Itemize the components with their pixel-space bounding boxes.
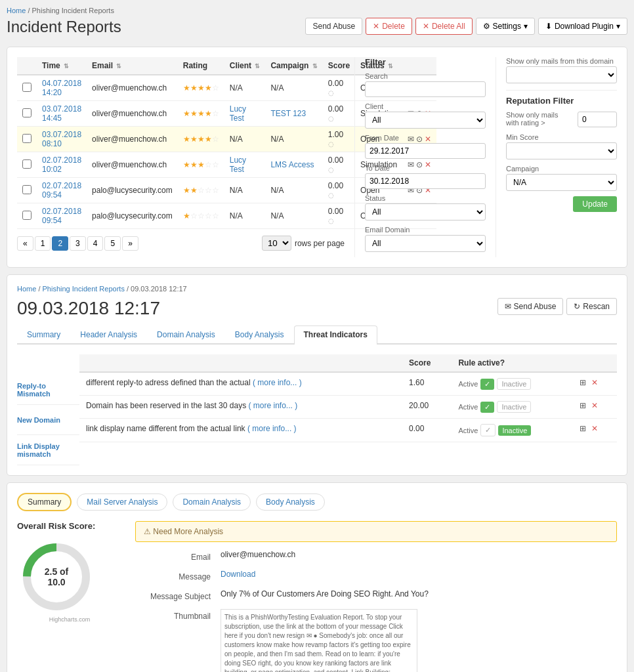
update-button[interactable]: Update xyxy=(573,196,617,212)
analysis-tab-mail-server-analysis[interactable]: Mail Server Analysis xyxy=(77,494,167,511)
page-button[interactable]: 1 xyxy=(35,236,51,251)
detail-tab-body-analysis[interactable]: Body Analysis xyxy=(225,326,294,343)
edit-icon[interactable]: ⊞ xyxy=(580,424,586,433)
row-rating: ★★★☆☆ xyxy=(178,152,224,178)
client-label: Client xyxy=(365,102,486,110)
delete-threat-icon[interactable]: ✕ xyxy=(591,378,598,387)
min-score-select[interactable] xyxy=(506,142,617,159)
row-checkbox[interactable] xyxy=(17,178,37,203)
threat-rule-active: Active ✓ Inactive xyxy=(452,419,573,442)
page-button[interactable]: 4 xyxy=(87,236,104,251)
row-checkbox[interactable] xyxy=(17,101,37,127)
min-score-filter: Min Score xyxy=(506,133,617,159)
more-info-link[interactable]: ( more info... ) xyxy=(253,378,302,387)
envelope-icon: ✉ xyxy=(505,302,511,311)
rating-input[interactable] xyxy=(578,112,617,127)
detail-tab-domain-analysis[interactable]: Domain Analysis xyxy=(147,326,225,343)
search-filter: Search xyxy=(365,72,486,97)
threat-score-header: Score xyxy=(402,354,452,372)
email-domain-label: Email Domain xyxy=(365,226,486,234)
status-select[interactable]: All xyxy=(365,203,486,220)
analysis-tab-domain-analysis[interactable]: Domain Analysis xyxy=(173,494,251,511)
pagination-row: «12345» 10 25 50 rows per page xyxy=(17,236,345,251)
detail-section-link[interactable]: Phishing Incident Reports xyxy=(43,285,125,293)
client-col-header: Client ⇅ xyxy=(224,57,266,75)
donut-section: Overall Risk Score: 2.5 of 10.0 Highchar… xyxy=(17,521,122,672)
email-domain-select[interactable]: All xyxy=(365,235,486,252)
analysis-tab-body-analysis[interactable]: Body Analysis xyxy=(256,494,325,511)
min-score-label: Min Score xyxy=(506,133,617,141)
page-title: Incident Reports xyxy=(7,18,121,36)
rating-label: Show only mails with rating > xyxy=(506,111,572,127)
row-rating: ★★★★☆ xyxy=(178,75,224,101)
from-date-input[interactable] xyxy=(365,143,486,159)
page-button[interactable]: » xyxy=(122,236,138,251)
search-input[interactable] xyxy=(365,81,486,97)
rows-per-page-select[interactable]: 10 25 50 xyxy=(262,236,291,251)
row-score: 0.00 ◌ xyxy=(323,203,355,229)
sort-icon: ⇅ xyxy=(255,63,260,70)
active-toggle[interactable]: ✓ xyxy=(480,402,494,413)
detail-send-abuse-button[interactable]: ✉ Send Abuse xyxy=(497,298,564,315)
inactive-toggle[interactable]: Inactive xyxy=(498,425,531,436)
detail-tab-summary[interactable]: Summary xyxy=(17,326,70,343)
settings-button[interactable]: ⚙ Settings ▾ xyxy=(476,18,535,35)
campaign-select[interactable]: N/A xyxy=(506,174,617,191)
row-campaign: N/A xyxy=(265,75,322,101)
rescan-button[interactable]: ↻ Rescan xyxy=(566,298,617,315)
active-toggle[interactable]: ✓ xyxy=(480,424,496,436)
row-email: oliver@muenchow.ch xyxy=(87,75,178,101)
send-abuse-button[interactable]: Send Abuse xyxy=(305,18,362,35)
email-value: oliver@muenchow.ch xyxy=(221,550,617,559)
breadcrumb-home[interactable]: Home xyxy=(7,7,26,14)
filter-title: Filter xyxy=(365,57,486,67)
analysis-tabs: SummaryMail Server AnalysisDomain Analys… xyxy=(17,493,617,511)
row-email: oliver@muenchow.ch xyxy=(87,152,178,178)
download-plugin-button[interactable]: ⬇ Download Plugin ▾ xyxy=(538,18,627,35)
row-time: 02.07.2018 10:02 xyxy=(37,152,87,178)
threat-row: different reply-to adress defined than t… xyxy=(79,372,617,396)
active-toggle[interactable]: ✓ xyxy=(480,379,494,390)
reputation-section: Reputation Filter Show only mails with r… xyxy=(506,90,617,191)
row-checkbox[interactable] xyxy=(17,75,37,101)
email-col-header: Email ⇅ xyxy=(87,57,178,75)
detail-home-link[interactable]: Home xyxy=(17,285,36,293)
message-label: Message xyxy=(135,570,221,581)
edit-icon[interactable]: ⊞ xyxy=(580,401,586,410)
delete-button[interactable]: ✕ Delete xyxy=(366,18,412,35)
edit-icon[interactable]: ⊞ xyxy=(580,378,586,387)
rating-col-header: Rating xyxy=(178,57,224,75)
detail-tab-threat-indicators[interactable]: Threat Indicators xyxy=(294,326,377,345)
page-button[interactable]: 2 xyxy=(52,236,68,251)
campaign-col-header: Campaign ⇅ xyxy=(265,57,322,75)
breadcrumb-section: Phishing Incident Reports xyxy=(32,7,114,14)
page-button[interactable]: « xyxy=(17,236,33,251)
to-date-input[interactable] xyxy=(365,173,486,189)
delete-all-button[interactable]: ✕ Delete All xyxy=(415,18,473,35)
score-col-header: Score xyxy=(323,57,355,75)
row-time: 03.07.2018 14:45 xyxy=(37,101,87,127)
row-checkbox[interactable] xyxy=(17,152,37,178)
row-client: Lucy Test xyxy=(224,101,266,127)
page-button[interactable]: 5 xyxy=(104,236,121,251)
more-info-link[interactable]: ( more info... ) xyxy=(247,424,297,433)
message-subject-value: Only 7% of Our Customers Are Doing SEO R… xyxy=(221,589,617,598)
threat-table-container: Score Rule active? different reply-to ad… xyxy=(79,354,617,465)
delete-threat-icon[interactable]: ✕ xyxy=(591,401,598,410)
page-button[interactable]: 3 xyxy=(70,236,86,251)
message-link[interactable]: Download xyxy=(221,570,255,579)
rating-filter: Show only mails with rating > xyxy=(506,111,617,128)
row-checkbox[interactable] xyxy=(17,203,37,229)
row-checkbox[interactable] xyxy=(17,127,37,152)
inactive-toggle[interactable]: Inactive xyxy=(497,378,531,390)
thumbnail-label: Thumbnail xyxy=(135,609,221,621)
analysis-tab-summary[interactable]: Summary xyxy=(17,493,72,511)
message-value: Download xyxy=(221,570,617,579)
domain-select[interactable] xyxy=(506,66,617,83)
inactive-toggle[interactable]: Inactive xyxy=(497,401,531,413)
more-info-link[interactable]: ( more info... ) xyxy=(248,401,297,410)
message-subject-row: Message Subject Only 7% of Our Customers… xyxy=(135,589,617,601)
delete-threat-icon[interactable]: ✕ xyxy=(591,424,598,433)
client-select[interactable]: All xyxy=(365,112,486,129)
detail-tab-header-analysis[interactable]: Header Analysis xyxy=(70,326,147,343)
